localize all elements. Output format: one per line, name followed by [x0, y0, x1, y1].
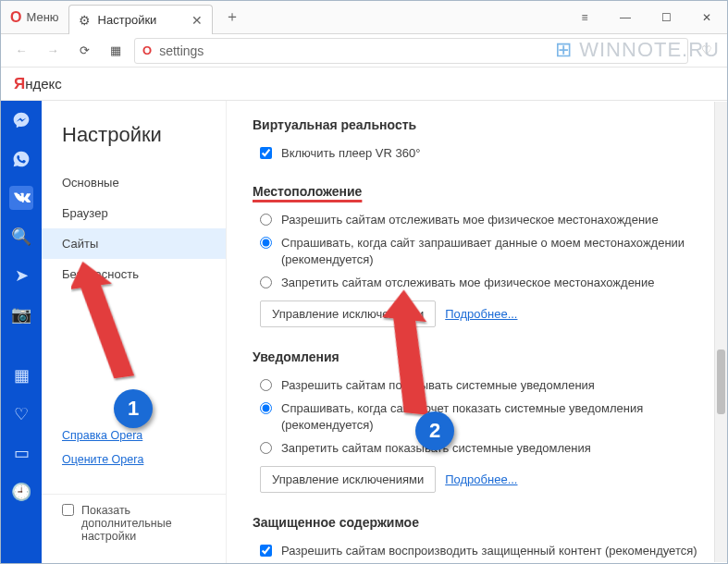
location-title: Местоположение	[253, 184, 699, 199]
heart-rail-icon[interactable]: ♡	[9, 402, 33, 426]
address-bar[interactable]: O settings	[134, 38, 688, 64]
close-tab-button[interactable]: ✕	[191, 13, 203, 28]
vr-title: Виртуальная реальность	[253, 117, 699, 132]
close-window-button[interactable]: ✕	[686, 1, 727, 33]
protected-title: Защищенное содержимое	[253, 515, 699, 530]
side-rail: 🔍 ➤ 📷 ▦ ♡ ▭ 🕘	[1, 101, 42, 564]
sidebar-item-security[interactable]: Безопасность	[42, 259, 226, 289]
forward-button[interactable]: →	[40, 38, 66, 64]
section-vr: Виртуальная реальность Включить плеер VR…	[253, 117, 699, 162]
protected-allow-checkbox[interactable]	[260, 545, 272, 557]
rate-link[interactable]: Оцените Opera	[62, 453, 205, 466]
section-notifications: Уведомления Разрешить сайтам показывать …	[253, 349, 699, 493]
vr-enable-checkbox[interactable]	[260, 147, 272, 159]
messenger-icon[interactable]	[9, 108, 33, 132]
clock-icon[interactable]: 🕘	[9, 480, 33, 504]
location-ask-label: Спрашивать, когда сайт запрашивает данны…	[281, 235, 699, 267]
reload-button[interactable]: ⟳	[71, 38, 97, 64]
settings-content: Виртуальная реальность Включить плеер VR…	[227, 101, 727, 564]
location-ask-radio[interactable]	[260, 237, 272, 249]
location-allow-radio[interactable]	[260, 214, 272, 226]
speed-dial-button[interactable]: ▦	[103, 38, 129, 64]
maximize-button[interactable]: ☐	[646, 1, 686, 33]
grid-icon[interactable]: ▦	[9, 363, 33, 387]
menu-label: Меню	[26, 10, 58, 24]
notif-deny-label: Запретить сайтам показывать системные ув…	[281, 440, 591, 457]
title-bar: O Меню ⚙ Настройки ✕ ＋ ≡ — ☐ ✕	[1, 1, 727, 34]
location-manage-exceptions-button[interactable]: Управление исключениями	[260, 300, 436, 327]
back-button[interactable]: ←	[8, 38, 34, 64]
help-link[interactable]: Справка Opera	[62, 429, 205, 442]
advanced-checkbox[interactable]	[62, 504, 74, 516]
search-icon[interactable]: 🔍	[9, 225, 33, 249]
notif-ask-label: Спрашивать, когда сайт хочет показать си…	[281, 400, 699, 433]
vr-enable-label: Включить плеер VR 360°	[281, 145, 420, 162]
scrollbar-thumb[interactable]	[717, 349, 725, 414]
sidebar-item-sites[interactable]: Сайты	[42, 228, 226, 259]
minimize-button[interactable]: —	[605, 1, 646, 33]
notifications-title: Уведомления	[253, 349, 699, 364]
scrollbar[interactable]	[714, 102, 727, 562]
opera-menu-button[interactable]: O Меню	[1, 1, 68, 33]
section-location: Местоположение Разрешить сайтам отслежив…	[253, 184, 699, 327]
bookmark-heart-icon[interactable]: ♡	[694, 38, 720, 64]
tabs-overview-icon[interactable]: ≡	[564, 1, 605, 33]
notif-more-link[interactable]: Подробнее...	[445, 472, 517, 486]
send-icon[interactable]: ➤	[9, 264, 33, 288]
opera-logo-icon: O	[10, 9, 21, 26]
notif-allow-label: Разрешить сайтам показывать системные ув…	[281, 377, 595, 394]
location-deny-label: Запретить сайтам отслеживать мое физичес…	[281, 275, 655, 291]
sidebar-item-basic[interactable]: Основные	[42, 167, 226, 198]
new-tab-button[interactable]: ＋	[218, 1, 246, 33]
page-title: Настройки	[42, 123, 226, 167]
whatsapp-icon[interactable]	[9, 147, 33, 171]
yandex-logo-word: ндекс	[25, 76, 62, 92]
vk-icon[interactable]	[9, 186, 33, 210]
notif-allow-radio[interactable]	[260, 379, 272, 391]
news-icon[interactable]: ▭	[9, 441, 33, 465]
yandex-bar[interactable]: Яндекс	[1, 67, 727, 101]
address-text: settings	[159, 43, 204, 58]
notif-deny-radio[interactable]	[260, 442, 272, 454]
location-allow-label: Разрешить сайтам отслеживать мое физичес…	[281, 212, 659, 228]
gear-icon: ⚙	[79, 13, 91, 28]
section-protected: Защищенное содержимое Разрешить сайтам в…	[253, 515, 699, 559]
notif-ask-radio[interactable]	[260, 402, 272, 414]
opera-logo-small-icon: O	[142, 43, 152, 57]
settings-sidebar: Настройки Основные Браузер Сайты Безопас…	[42, 101, 227, 564]
notif-manage-exceptions-button[interactable]: Управление исключениями	[260, 466, 436, 493]
yandex-logo-letter: Я	[14, 75, 25, 93]
location-deny-radio[interactable]	[260, 276, 272, 288]
advanced-settings-toggle[interactable]: Показать дополнительные настройки	[42, 494, 226, 552]
tab-title: Настройки	[98, 13, 157, 27]
location-more-link[interactable]: Подробнее...	[445, 307, 517, 321]
advanced-label: Показать дополнительные настройки	[81, 504, 205, 543]
sidebar-item-browser[interactable]: Браузер	[42, 198, 226, 228]
nav-bar: ← → ⟳ ▦ O settings ♡	[1, 34, 727, 67]
protected-allow-label: Разрешить сайтам воспроизводить защищенн…	[281, 543, 697, 559]
tab-settings[interactable]: ⚙ Настройки ✕	[68, 5, 214, 34]
camera-icon[interactable]: 📷	[9, 302, 33, 326]
window-controls: ≡ — ☐ ✕	[564, 1, 727, 33]
